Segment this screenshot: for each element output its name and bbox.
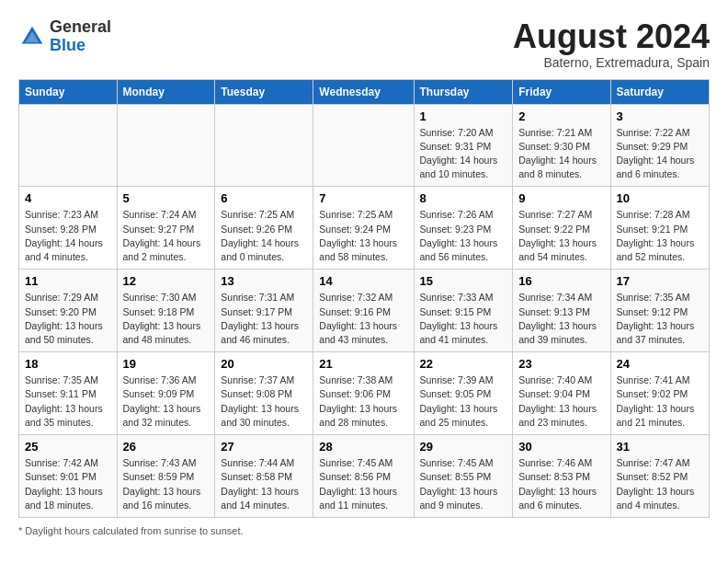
cell-w2-d1: 5Sunrise: 7:24 AM Sunset: 9:27 PM Daylig… (117, 187, 215, 270)
logo-general: General (50, 17, 111, 36)
day-info-25: Sunrise: 7:42 AM Sunset: 9:01 PM Dayligh… (25, 456, 111, 512)
cell-w4-d5: 23Sunrise: 7:40 AM Sunset: 9:04 PM Dayli… (513, 352, 610, 435)
cell-w5-d1: 26Sunrise: 7:43 AM Sunset: 8:59 PM Dayli… (117, 435, 215, 518)
day-number-22: 22 (420, 357, 507, 371)
cell-w5-d4: 29Sunrise: 7:45 AM Sunset: 8:55 PM Dayli… (414, 435, 513, 518)
day-number-15: 15 (420, 274, 507, 288)
day-number-3: 3 (617, 109, 703, 123)
day-info-6: Sunrise: 7:25 AM Sunset: 9:26 PM Dayligh… (221, 208, 307, 264)
day-number-7: 7 (319, 191, 407, 205)
month-year: August 2024 (513, 18, 710, 55)
day-info-19: Sunrise: 7:36 AM Sunset: 9:09 PM Dayligh… (123, 373, 210, 430)
cell-w3-d2: 13Sunrise: 7:31 AM Sunset: 9:17 PM Dayli… (215, 270, 313, 352)
day-info-30: Sunrise: 7:46 AM Sunset: 8:53 PM Dayligh… (518, 456, 604, 512)
cell-w2-d3: 7Sunrise: 7:25 AM Sunset: 9:24 PM Daylig… (313, 187, 414, 270)
cell-w1-d1 (117, 104, 215, 187)
day-number-12: 12 (123, 274, 210, 288)
day-number-19: 19 (123, 357, 210, 371)
col-monday: Monday (117, 79, 215, 104)
col-sunday: Sunday (19, 79, 118, 104)
week-row-5: 25Sunrise: 7:42 AM Sunset: 9:01 PM Dayli… (19, 435, 710, 518)
day-info-24: Sunrise: 7:41 AM Sunset: 9:02 PM Dayligh… (617, 373, 703, 430)
day-info-28: Sunrise: 7:45 AM Sunset: 8:56 PM Dayligh… (319, 456, 407, 512)
cell-w2-d2: 6Sunrise: 7:25 AM Sunset: 9:26 PM Daylig… (215, 187, 313, 270)
cell-w5-d5: 30Sunrise: 7:46 AM Sunset: 8:53 PM Dayli… (513, 435, 610, 518)
day-number-31: 31 (617, 440, 703, 454)
day-number-6: 6 (221, 191, 307, 205)
day-info-29: Sunrise: 7:45 AM Sunset: 8:55 PM Dayligh… (420, 456, 507, 512)
week-row-3: 11Sunrise: 7:29 AM Sunset: 9:20 PM Dayli… (19, 270, 710, 352)
cell-w2-d0: 4Sunrise: 7:23 AM Sunset: 9:28 PM Daylig… (19, 187, 118, 270)
day-number-30: 30 (518, 440, 604, 454)
cell-w2-d5: 9Sunrise: 7:27 AM Sunset: 9:22 PM Daylig… (513, 187, 610, 270)
day-info-26: Sunrise: 7:43 AM Sunset: 8:59 PM Dayligh… (123, 456, 210, 512)
logo-text: General Blue (50, 18, 111, 55)
cell-w3-d0: 11Sunrise: 7:29 AM Sunset: 9:20 PM Dayli… (19, 270, 118, 352)
cell-w5-d3: 28Sunrise: 7:45 AM Sunset: 8:56 PM Dayli… (313, 435, 414, 518)
cell-w5-d6: 31Sunrise: 7:47 AM Sunset: 8:52 PM Dayli… (610, 435, 709, 518)
day-number-11: 11 (25, 274, 111, 288)
day-number-9: 9 (518, 191, 604, 205)
day-number-29: 29 (420, 440, 507, 454)
cell-w1-d2 (215, 104, 313, 187)
col-wednesday: Wednesday (313, 79, 414, 104)
day-number-16: 16 (518, 274, 604, 288)
day-number-25: 25 (25, 440, 111, 454)
cell-w4-d0: 18Sunrise: 7:35 AM Sunset: 9:11 PM Dayli… (19, 352, 118, 435)
day-info-16: Sunrise: 7:34 AM Sunset: 9:13 PM Dayligh… (518, 291, 604, 347)
day-number-21: 21 (319, 357, 407, 371)
day-info-9: Sunrise: 7:27 AM Sunset: 9:22 PM Dayligh… (518, 208, 604, 264)
col-tuesday: Tuesday (215, 79, 313, 104)
day-info-12: Sunrise: 7:30 AM Sunset: 9:18 PM Dayligh… (123, 291, 210, 347)
location: Baterno, Extremadura, Spain (513, 55, 710, 70)
day-number-27: 27 (221, 440, 307, 454)
day-number-8: 8 (420, 191, 507, 205)
day-info-31: Sunrise: 7:47 AM Sunset: 8:52 PM Dayligh… (617, 456, 703, 512)
cell-w5-d2: 27Sunrise: 7:44 AM Sunset: 8:58 PM Dayli… (215, 435, 313, 518)
day-info-15: Sunrise: 7:33 AM Sunset: 9:15 PM Dayligh… (420, 291, 507, 347)
day-info-14: Sunrise: 7:32 AM Sunset: 9:16 PM Dayligh… (319, 291, 407, 347)
day-info-2: Sunrise: 7:21 AM Sunset: 9:30 PM Dayligh… (518, 126, 604, 182)
logo-blue: Blue (50, 36, 85, 54)
day-info-27: Sunrise: 7:44 AM Sunset: 8:58 PM Dayligh… (221, 456, 307, 512)
day-number-2: 2 (518, 109, 604, 123)
day-info-21: Sunrise: 7:38 AM Sunset: 9:06 PM Dayligh… (319, 373, 407, 430)
day-number-18: 18 (25, 357, 111, 371)
day-info-5: Sunrise: 7:24 AM Sunset: 9:27 PM Dayligh… (123, 208, 210, 264)
cell-w4-d6: 24Sunrise: 7:41 AM Sunset: 9:02 PM Dayli… (610, 352, 709, 435)
cell-w1-d5: 2Sunrise: 7:21 AM Sunset: 9:30 PM Daylig… (513, 104, 610, 187)
cell-w3-d5: 16Sunrise: 7:34 AM Sunset: 9:13 PM Dayli… (513, 270, 610, 352)
cell-w3-d1: 12Sunrise: 7:30 AM Sunset: 9:18 PM Dayli… (117, 270, 215, 352)
daylight-note: * Daylight hours calculated from sunrise… (18, 525, 710, 536)
cell-w1-d6: 3Sunrise: 7:22 AM Sunset: 9:29 PM Daylig… (610, 104, 709, 187)
day-number-23: 23 (518, 357, 604, 371)
logo-icon (18, 23, 46, 51)
day-number-26: 26 (123, 440, 210, 454)
day-number-20: 20 (221, 357, 307, 371)
day-number-14: 14 (319, 274, 407, 288)
day-number-5: 5 (123, 191, 210, 205)
cell-w2-d6: 10Sunrise: 7:28 AM Sunset: 9:21 PM Dayli… (610, 187, 709, 270)
day-info-13: Sunrise: 7:31 AM Sunset: 9:17 PM Dayligh… (221, 291, 307, 347)
calendar-table: Sunday Monday Tuesday Wednesday Thursday… (18, 79, 710, 518)
day-info-1: Sunrise: 7:20 AM Sunset: 9:31 PM Dayligh… (420, 126, 507, 182)
cell-w5-d0: 25Sunrise: 7:42 AM Sunset: 9:01 PM Dayli… (19, 435, 118, 518)
cell-w4-d1: 19Sunrise: 7:36 AM Sunset: 9:09 PM Dayli… (117, 352, 215, 435)
cell-w4-d4: 22Sunrise: 7:39 AM Sunset: 9:05 PM Dayli… (414, 352, 513, 435)
week-row-2: 4Sunrise: 7:23 AM Sunset: 9:28 PM Daylig… (19, 187, 710, 270)
page-header: General Blue August 2024 Baterno, Extrem… (18, 18, 710, 70)
day-info-8: Sunrise: 7:26 AM Sunset: 9:23 PM Dayligh… (420, 208, 507, 264)
day-info-4: Sunrise: 7:23 AM Sunset: 9:28 PM Dayligh… (25, 208, 111, 264)
cell-w4-d2: 20Sunrise: 7:37 AM Sunset: 9:08 PM Dayli… (215, 352, 313, 435)
cell-w1-d0 (19, 104, 118, 187)
cell-w4-d3: 21Sunrise: 7:38 AM Sunset: 9:06 PM Dayli… (313, 352, 414, 435)
logo: General Blue (18, 18, 111, 55)
title-block: August 2024 Baterno, Extremadura, Spain (513, 18, 710, 70)
day-info-11: Sunrise: 7:29 AM Sunset: 9:20 PM Dayligh… (25, 291, 111, 347)
day-info-23: Sunrise: 7:40 AM Sunset: 9:04 PM Dayligh… (518, 373, 604, 430)
day-info-3: Sunrise: 7:22 AM Sunset: 9:29 PM Dayligh… (617, 126, 703, 182)
col-saturday: Saturday (610, 79, 709, 104)
col-friday: Friday (513, 79, 610, 104)
cell-w2-d4: 8Sunrise: 7:26 AM Sunset: 9:23 PM Daylig… (414, 187, 513, 270)
day-info-22: Sunrise: 7:39 AM Sunset: 9:05 PM Dayligh… (420, 373, 507, 430)
